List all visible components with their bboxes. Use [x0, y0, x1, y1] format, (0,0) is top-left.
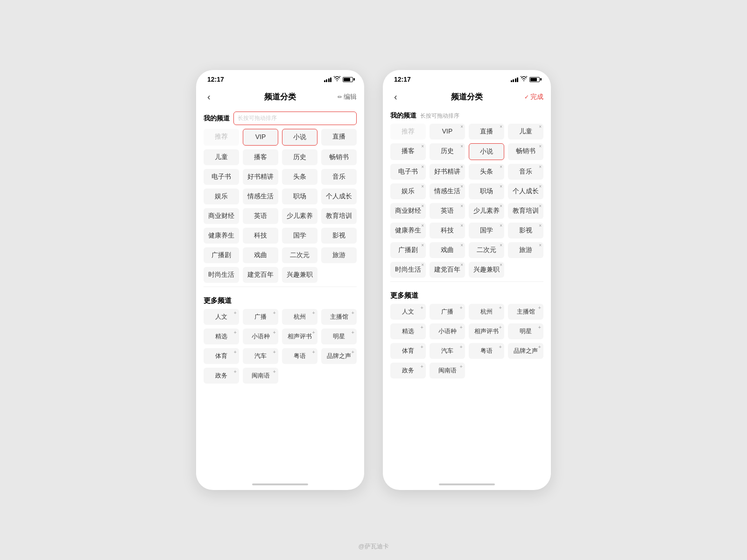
r-channel-tag-live[interactable]: 直播×	[469, 124, 504, 140]
r-channel-tag-workplace[interactable]: 职场×	[469, 183, 504, 199]
r-more-tag-selected[interactable]: 精选+	[390, 323, 426, 339]
r-more-tag-star[interactable]: 明星+	[508, 323, 543, 339]
channel-tag-anime[interactable]: 二次元	[282, 247, 317, 263]
more-tag-anchor[interactable]: 主播馆+	[321, 309, 357, 325]
r-channel-tag-education[interactable]: 教育培训×	[508, 203, 543, 219]
r-more-tag-politics[interactable]: 政务+	[390, 363, 426, 378]
channel-tag-ebook[interactable]: 电子书	[204, 169, 239, 185]
edit-button-left[interactable]: ✏ 编辑	[338, 93, 357, 101]
channel-tag-english[interactable]: 英语	[243, 208, 278, 224]
channel-tag-party[interactable]: 建党百年	[243, 267, 278, 283]
more-tag-cantonese[interactable]: 粤语+	[282, 348, 317, 364]
channel-tag-health[interactable]: 健康养生	[204, 228, 239, 244]
r-more-tag-broadcast[interactable]: 广播+	[430, 304, 465, 320]
channel-tag-education[interactable]: 教育培训	[321, 208, 357, 224]
channel-tag-music[interactable]: 音乐	[321, 169, 357, 185]
r-channel-tag-ebook[interactable]: 电子书×	[390, 164, 426, 180]
more-tag-hangzhou[interactable]: 杭州+	[282, 309, 317, 325]
channel-tag-vip[interactable]: VIP	[243, 129, 278, 146]
r-channel-tag-history[interactable]: 历史×	[430, 143, 465, 160]
nav-bar-left: ‹ 频道分类 ✏ 编辑	[196, 86, 364, 108]
r-channel-tag-entertainment[interactable]: 娱乐×	[390, 183, 426, 199]
r-channel-tag-podcast[interactable]: 播客×	[390, 143, 426, 160]
channel-tag-children[interactable]: 儿童	[204, 149, 239, 165]
more-tag-language[interactable]: 小语种+	[243, 329, 278, 344]
more-tag-car[interactable]: 汽车+	[243, 348, 278, 364]
r-channel-tag-travel[interactable]: 旅游×	[508, 242, 543, 258]
done-button-right[interactable]: ✓ 完成	[524, 93, 543, 101]
channel-tag-workplace[interactable]: 职场	[282, 189, 317, 204]
r-channel-tag-music[interactable]: 音乐×	[508, 164, 543, 180]
channel-tag-emotion[interactable]: 情感生活	[243, 189, 278, 204]
r-more-tag-brand[interactable]: 品牌之声+	[508, 343, 543, 359]
more-tag-brand[interactable]: 品牌之声+	[321, 348, 357, 364]
done-icon-right: ✓	[524, 94, 529, 100]
channel-tag-kids[interactable]: 少儿素养	[282, 208, 317, 224]
r-channel-tag-growth[interactable]: 个人成长×	[508, 183, 543, 199]
r-more-tag-anchor[interactable]: 主播馆+	[508, 304, 543, 320]
channel-tag-travel[interactable]: 旅游	[321, 247, 357, 263]
more-tag-crosstalk[interactable]: 相声评书+	[282, 329, 317, 344]
r-channel-tag-headline[interactable]: 头条×	[469, 164, 504, 180]
back-button-left[interactable]: ‹	[204, 90, 214, 104]
r-more-tag-crosstalk[interactable]: 相声评书+	[469, 323, 504, 339]
r-channel-tag-anime[interactable]: 二次元×	[469, 242, 504, 258]
channel-tag-classics[interactable]: 国学	[282, 228, 317, 244]
r-more-tag-min[interactable]: 闽南语+	[430, 363, 465, 378]
back-button-right[interactable]: ‹	[390, 90, 401, 104]
r-channel-tag-finance[interactable]: 商业财经×	[390, 203, 426, 219]
channel-tag-headline[interactable]: 头条	[282, 169, 317, 185]
channel-tag-hobby[interactable]: 兴趣兼职	[282, 267, 317, 283]
r-channel-tag-opera[interactable]: 戏曲×	[430, 242, 465, 258]
r-more-tag-cantonese[interactable]: 粤语+	[469, 343, 504, 359]
channel-tag-live[interactable]: 直播	[321, 129, 357, 146]
channel-tag-finance[interactable]: 商业财经	[204, 208, 239, 224]
r-channel-tag-hobby[interactable]: 兴趣兼职×	[469, 262, 504, 278]
more-tag-min[interactable]: 闽南语+	[243, 368, 278, 384]
channel-tag-film[interactable]: 影视	[321, 228, 357, 244]
channel-tag-entertainment[interactable]: 娱乐	[204, 189, 239, 204]
r-channel-tag-recommended[interactable]: 推荐	[390, 124, 426, 140]
r-channel-tag-health[interactable]: 健康养生×	[390, 223, 426, 238]
r-channel-tag-party[interactable]: 建党百年×	[430, 262, 465, 278]
r-channel-tag-kids[interactable]: 少儿素养×	[469, 203, 504, 219]
r-channel-tag-novel[interactable]: 小说	[469, 143, 504, 160]
r-channel-tag-tech[interactable]: 科技×	[430, 223, 465, 238]
channel-tag-tech[interactable]: 科技	[243, 228, 278, 244]
more-tag-star[interactable]: 明星+	[321, 329, 357, 344]
r-channel-tag-reading[interactable]: 好书精讲×	[430, 164, 465, 180]
r-more-tag-car[interactable]: 汽车+	[430, 343, 465, 359]
channel-tag-history[interactable]: 历史	[282, 149, 317, 165]
r-channel-tag-bestseller[interactable]: 畅销书×	[508, 143, 543, 160]
more-tag-sports[interactable]: 体育+	[204, 348, 239, 364]
channel-tag-novel[interactable]: 小说	[282, 129, 317, 146]
more-tag-selected[interactable]: 精选+	[204, 329, 239, 344]
more-tag-politics[interactable]: 政务+	[204, 368, 239, 384]
r-channel-tag-children[interactable]: 儿童×	[508, 124, 543, 140]
r-channel-tag-vip[interactable]: VIP×	[430, 124, 465, 140]
r-more-tag-hangzhou[interactable]: 杭州+	[469, 304, 504, 320]
more-tag-broadcast[interactable]: 广播+	[243, 309, 278, 325]
channel-tag-podcast[interactable]: 播客	[243, 149, 278, 165]
channel-tag-reading[interactable]: 好书精讲	[243, 169, 278, 185]
r-channel-tag-english[interactable]: 英语×	[430, 203, 465, 219]
more-tag-humanities[interactable]: 人文+	[204, 309, 239, 325]
channel-tag-recommended[interactable]: 推荐	[204, 129, 239, 146]
battery-icon-right	[529, 77, 540, 82]
watermark: @萨瓦迪卡	[358, 542, 388, 551]
channel-tag-growth[interactable]: 个人成长	[321, 189, 357, 204]
my-channels-grid-right: 推荐 VIP× 直播× 儿童× 播客× 历史× 小说 畅销书× 电子书× 好书精…	[390, 124, 543, 278]
channel-tag-fashion[interactable]: 时尚生活	[204, 267, 239, 283]
r-more-tag-humanities[interactable]: 人文+	[390, 304, 426, 320]
r-channel-tag-emotion[interactable]: 情感生活×	[430, 183, 465, 199]
channel-tag-bestseller[interactable]: 畅销书	[321, 149, 357, 165]
r-channel-tag-drama[interactable]: 广播剧×	[390, 242, 426, 258]
r-more-tag-language[interactable]: 小语种+	[430, 323, 465, 339]
r-channel-tag-fashion[interactable]: 时尚生活×	[390, 262, 426, 278]
channel-tag-opera[interactable]: 戏曲	[243, 247, 278, 263]
section-header-left: 我的频道 长按可拖动排序	[204, 112, 357, 125]
r-more-tag-sports[interactable]: 体育+	[390, 343, 426, 359]
channel-tag-drama[interactable]: 广播剧	[204, 247, 239, 263]
r-channel-tag-classics[interactable]: 国学×	[469, 223, 504, 238]
r-channel-tag-film[interactable]: 影视×	[508, 223, 543, 238]
